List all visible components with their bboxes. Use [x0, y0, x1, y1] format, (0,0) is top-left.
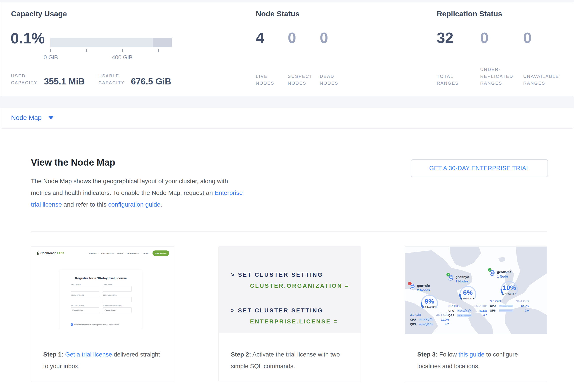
cpu-sparkline [457, 309, 472, 312]
sql-prompt: > [231, 307, 235, 314]
cpu-sparkline [419, 318, 433, 321]
node-status-title: Node Status [256, 9, 299, 18]
dead-nodes-label: DEAD NODES [320, 73, 352, 87]
mini-nav-docs: DOCS [117, 252, 123, 254]
sql-statement-1: > SET CLUSTER SETTING [231, 271, 323, 278]
sql-prompt: > [231, 271, 235, 278]
locality-nyc-header: ✓ geo=nyc 2 Nodes [449, 275, 487, 283]
capacity-used-value: 3.2 GiB [410, 313, 421, 317]
qps-label: QPS [490, 309, 499, 312]
cpu-row: CPU 12.3% [490, 304, 529, 308]
mini-nav-product: PRODUCT [88, 252, 98, 254]
get-trial-license-link[interactable]: Get a trial license [65, 351, 112, 358]
unavailable-ranges-label: UNAVAILABLE RANGES [523, 73, 567, 87]
qps-label: QPS [410, 323, 419, 326]
first-name-field: FIRST NAME [71, 284, 99, 292]
cpu-label: CPU [490, 304, 499, 308]
capacity-gauge: 9% CAPACITY [416, 294, 443, 313]
checkbox-checked-icon: ✓ [71, 323, 73, 326]
mini-nav-customers: CUSTOMERS [101, 252, 114, 254]
trial-registration-form: Register for a 30-day trial license FIRS… [60, 270, 142, 329]
locality-sfo-header: 1 geo=sfo 2 Nodes [410, 284, 449, 292]
intro-text: . [161, 201, 162, 208]
step2-caption: Step 2: Activate the trial license with … [231, 349, 352, 372]
cpu-row: CPU 42.5% [449, 309, 487, 312]
live-nodes-label: LIVE NODES [256, 73, 288, 87]
locality-name: geo=sfo [417, 284, 430, 287]
node-map-illustration: 1 geo=sfo 2 Nodes [405, 247, 547, 334]
mini-nav-resources: RESOURCES [127, 252, 139, 254]
total-ranges-label: TOTAL RANGES [437, 73, 480, 87]
cluster-summary-panel: Capacity Usage 0.1% 0 GiB 400 GiB USED C… [1, 2, 573, 96]
total-ranges-value: 32 [437, 30, 480, 45]
capacity-used-value: 3.7 GiB [449, 304, 459, 308]
node-status-labels: LIVE NODES SUSPECT NODES DEAD NODES [256, 73, 352, 87]
capacity-caption: CAPACITY [496, 292, 523, 295]
replication-status-labels: TOTAL RANGES UNDER- REPLICATED RANGES UN… [437, 59, 567, 87]
qps-label: QPS [449, 314, 457, 317]
configuration-guide-link[interactable]: configuration guide [108, 201, 161, 208]
qps-sparkline [499, 309, 513, 312]
sql-commands-illustration: > SET CLUSTER SETTING CLUSTER.ORGANIZATI… [219, 247, 361, 333]
live-nodes-value: 4 [256, 30, 288, 45]
cockroach-labs-logo: Cockroach LABS [36, 251, 64, 255]
capacity-percent: 9% [416, 298, 443, 305]
brand-name: Cockroach [41, 251, 56, 255]
locality-ams: ✓ geo=ams 1 Node [490, 270, 529, 312]
sql-setting-1: CLUSTER.ORGANIZATION = [231, 282, 349, 289]
node-map-dropdown[interactable]: Node Map [11, 114, 53, 121]
node-status-values: 4 0 0 [256, 30, 352, 45]
cockroach-bug-icon [36, 251, 39, 255]
sql-keyword: SET CLUSTER SETTING [238, 271, 323, 278]
sql-setting-name: CLUSTER.ORGANIZATION = [250, 282, 349, 289]
mini-download-button: DOWNLOAD [152, 250, 169, 256]
used-capacity-value: 355.1 MiB [44, 77, 85, 87]
enterprise-trial-button[interactable]: GET A 30-DAY ENTERPRISE TRIAL [411, 159, 548, 177]
email-optin-checkbox-row: ✓ I would like to receive email updates … [71, 323, 119, 326]
node-map-dropdown-label: Node Map [11, 114, 41, 121]
capacity-axis-tick [158, 49, 159, 52]
replication-status-values: 32 0 0 [437, 30, 567, 45]
locality-nyc: ✓ geo=nyc 2 Nodes [449, 275, 487, 317]
capacity-range: 3.2 GiB 35.1 GiB [410, 313, 449, 317]
company-email-field: COMPANY EMAIL [103, 294, 132, 302]
capacity-axis-tick [86, 49, 87, 52]
node-map-promo-section: View the Node Map The Node Map shows the… [0, 129, 574, 392]
mini-nav-blog: BLOG [143, 252, 148, 254]
page-background-gap [0, 96, 574, 108]
capacity-gauge: 10% CAPACITY [496, 280, 523, 299]
email-optin-label: I would like to receive email updates ab… [74, 324, 119, 326]
cluster-overview-page: Capacity Usage 0.1% 0 GiB 400 GiB USED C… [0, 0, 574, 392]
this-guide-link[interactable]: this guide [458, 351, 484, 358]
locality-sfo: 1 geo=sfo 2 Nodes [410, 284, 449, 326]
capacity-axis-label-400: 400 GiB [105, 54, 140, 61]
last-name-field: LAST NAME [103, 284, 132, 292]
healthy-badge-icon: ✓ [447, 273, 450, 277]
capacity-total-value: 34.4 GiB [516, 299, 529, 303]
qps-sparkline [457, 314, 472, 317]
sql-keyword: SET CLUSTER SETTING [238, 307, 323, 314]
suspect-nodes-value: 0 [288, 30, 320, 45]
cpu-value: 42.5% [479, 309, 487, 312]
qps-row: QPS 0.0 [449, 314, 487, 317]
usable-capacity-value: 676.5 GiB [131, 77, 171, 87]
capacity-percent: 6% [454, 289, 482, 296]
mini-site-nav: PRODUCT CUSTOMERS DOCS RESOURCES BLOG [88, 252, 148, 254]
capacity-total-value: 35.1 GiB [436, 313, 449, 317]
capacity-caption: CAPACITY [454, 297, 482, 300]
cpu-value: 11.0% [441, 318, 449, 321]
qps-value: 4.7 [445, 322, 449, 326]
under-replicated-ranges-value: 0 [480, 30, 523, 45]
view-selector-bar: Node Map [1, 108, 573, 129]
capacity-axis-label-0: 0 GiB [33, 54, 68, 61]
reason-for-interest-select: REASON FOR INTEREST Please Select [103, 305, 132, 313]
sql-setting-2: ENTERPRISE.LICENSE = [231, 318, 338, 325]
cpu-sparkline [499, 304, 513, 308]
qps-value: 0.0 [483, 314, 487, 317]
step3-text: Follow [439, 351, 457, 358]
cpu-label: CPU [449, 309, 457, 312]
page-background-strip [0, 0, 574, 2]
step2-label: Step 2: [231, 351, 251, 358]
unavailable-ranges-value: 0 [523, 30, 567, 45]
qps-row: QPS 0.0 [490, 309, 529, 312]
